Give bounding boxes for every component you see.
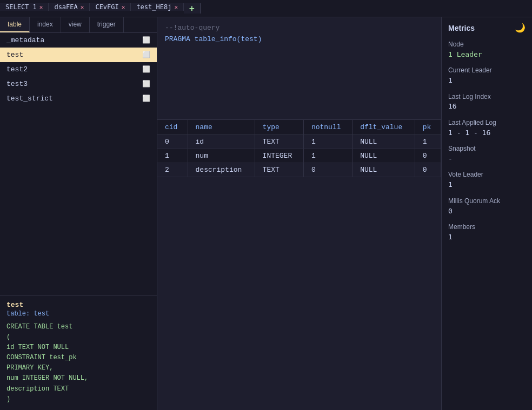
cell-notnull-1: 1 bbox=[303, 149, 352, 163]
cell-cid-1: 1 bbox=[157, 149, 188, 163]
dark-mode-button[interactable]: 🌙 bbox=[515, 23, 526, 33]
query-editor[interactable]: --!auto-query PRAGMA table_info(test) bbox=[157, 17, 441, 120]
metric-node-value: 1 Leader bbox=[448, 49, 526, 60]
metric-snapshot: Snapshot - bbox=[448, 144, 526, 164]
results-area: cid name type notnull dflt_value pk 0 id… bbox=[157, 120, 441, 410]
results-header-row: cid name type notnull dflt_value pk bbox=[157, 120, 441, 135]
cell-pk-1: 0 bbox=[415, 149, 441, 163]
sidebar-item-test-label: test bbox=[6, 51, 23, 59]
col-header-pk: pk bbox=[415, 120, 441, 135]
table-full-label: table: test bbox=[6, 310, 150, 318]
sidebar-tab-trigger[interactable]: trigger bbox=[90, 17, 124, 32]
cell-name-1: num bbox=[188, 149, 255, 163]
cell-pk-2: 0 bbox=[415, 163, 441, 177]
metric-members-label: Members bbox=[448, 223, 526, 232]
sidebar-item-test3-label: test3 bbox=[6, 80, 28, 88]
cell-cid-0: 0 bbox=[157, 135, 188, 149]
query-tab-select1[interactable]: SELECT 1 ✕ bbox=[0, 3, 49, 11]
metrics-header: Metrics 🌙 bbox=[448, 23, 526, 33]
cell-dflt-1: NULL bbox=[353, 149, 415, 163]
main-layout: table index view trigger _metadata ⬜ tes… bbox=[0, 17, 532, 410]
metric-node: Node 1 Leader bbox=[448, 40, 526, 59]
metric-snapshot-label: Snapshot bbox=[448, 144, 526, 153]
metric-last-applied-log-value: 1 - 1 - 16 bbox=[448, 127, 526, 138]
col-header-notnull: notnull bbox=[303, 120, 352, 135]
sidebar-tab-index[interactable]: index bbox=[30, 17, 61, 32]
sidebar-item-test3[interactable]: test3 ⬜ bbox=[0, 77, 157, 91]
cell-name-0: id bbox=[188, 135, 255, 149]
query-tab-cevfgi-label: CEvFGI bbox=[95, 3, 118, 11]
metric-millis-quorum-ack: Millis Quorum Ack 0 bbox=[448, 197, 526, 216]
metric-current-leader-label: Current Leader bbox=[448, 66, 526, 75]
query-tab-testhe8j-close[interactable]: ✕ bbox=[174, 4, 178, 11]
cell-type-1: INTEGER bbox=[255, 149, 303, 163]
metric-last-applied-log: Last Applied Log 1 - 1 - 16 bbox=[448, 118, 526, 138]
metric-vote-leader: Vote Leader 1 bbox=[448, 170, 526, 190]
metric-snapshot-value: - bbox=[448, 153, 526, 164]
sidebar-bottom-panel: test table: test CREATE TABLE test ( id … bbox=[0, 295, 157, 411]
cell-dflt-0: NULL bbox=[353, 135, 415, 149]
metric-last-log-index-value: 16 bbox=[448, 101, 526, 112]
metric-last-log-index-label: Last Log Index bbox=[448, 92, 526, 102]
col-header-cid: cid bbox=[157, 120, 188, 135]
metric-vote-leader-label: Vote Leader bbox=[448, 170, 526, 179]
cell-notnull-0: 1 bbox=[303, 135, 352, 149]
query-tab-bar: SELECT 1 ✕ dsaFEA ✕ CEvFGI ✕ test_HE8j ✕… bbox=[0, 0, 532, 17]
table-icon-test: ⬜ bbox=[142, 51, 150, 59]
query-tab-cevfgi[interactable]: CEvFGI ✕ bbox=[90, 3, 131, 11]
sidebar-item-test2-label: test2 bbox=[6, 65, 28, 73]
sidebar-tab-trigger-label: trigger bbox=[97, 21, 116, 28]
sidebar-tab-index-label: index bbox=[37, 21, 53, 28]
metrics-title: Metrics bbox=[448, 24, 475, 32]
cell-notnull-2: 0 bbox=[303, 163, 352, 177]
query-tab-dsafea-label: dsaFEA bbox=[54, 3, 77, 11]
plus-icon: + bbox=[189, 3, 195, 14]
editor-line-2: PRAGMA table_info(test) bbox=[165, 34, 434, 45]
table-icon-metadata: ⬜ bbox=[142, 36, 150, 44]
cell-cid-2: 2 bbox=[157, 163, 188, 177]
metric-current-leader: Current Leader 1 bbox=[448, 66, 526, 85]
col-header-name: name bbox=[188, 120, 255, 135]
sidebar-item-test[interactable]: test ⬜ bbox=[0, 48, 157, 62]
sidebar-tab-table[interactable]: table bbox=[0, 17, 30, 32]
metric-millis-quorum-ack-label: Millis Quorum Ack bbox=[448, 197, 526, 206]
sidebar-items-list: _metadata ⬜ test ⬜ test2 ⬜ test3 ⬜ test_… bbox=[0, 33, 157, 295]
sidebar-tab-view[interactable]: view bbox=[61, 17, 90, 32]
query-tab-dsafea[interactable]: dsaFEA ✕ bbox=[49, 3, 90, 11]
metrics-panel: Metrics 🌙 Node 1 Leader Current Leader 1… bbox=[441, 17, 532, 410]
col-header-dflt-value: dflt_value bbox=[353, 120, 415, 135]
sidebar: table index view trigger _metadata ⬜ tes… bbox=[0, 17, 157, 410]
query-tabs: SELECT 1 ✕ dsaFEA ✕ CEvFGI ✕ test_HE8j ✕… bbox=[0, 3, 201, 14]
metric-last-log-index: Last Log Index 16 bbox=[448, 92, 526, 112]
cell-pk-0: 1 bbox=[415, 135, 441, 149]
table-name-label: test bbox=[6, 301, 150, 309]
sidebar-item-test-strict[interactable]: test_strict ⬜ bbox=[0, 91, 157, 106]
table-row: 2 description TEXT 0 NULL 0 bbox=[157, 163, 441, 177]
cell-dflt-2: NULL bbox=[353, 163, 415, 177]
sidebar-item-test2[interactable]: test2 ⬜ bbox=[0, 62, 157, 77]
cell-name-2: description bbox=[188, 163, 255, 177]
metric-millis-quorum-ack-value: 0 bbox=[448, 206, 526, 217]
create-table-code: CREATE TABLE test ( id TEXT NOT NULL CON… bbox=[6, 322, 150, 405]
table-icon-test2: ⬜ bbox=[142, 65, 150, 73]
query-tab-dsafea-close[interactable]: ✕ bbox=[81, 4, 84, 11]
query-tab-testhe8j[interactable]: test_HE8j ✕ bbox=[131, 3, 184, 11]
sidebar-item-metadata[interactable]: _metadata ⬜ bbox=[0, 33, 157, 48]
metric-members-value: 1 bbox=[448, 232, 526, 243]
query-tab-select1-close[interactable]: ✕ bbox=[39, 4, 43, 11]
query-tab-select1-label: SELECT 1 bbox=[5, 3, 37, 11]
sidebar-item-test-strict-label: test_strict bbox=[6, 95, 53, 103]
table-icon-test3: ⬜ bbox=[142, 80, 150, 88]
editor-line-1: --!auto-query bbox=[165, 23, 434, 34]
table-icon-test-strict: ⬜ bbox=[142, 95, 150, 103]
cell-type-0: TEXT bbox=[255, 135, 303, 149]
main-content: --!auto-query PRAGMA table_info(test) ci… bbox=[157, 17, 441, 410]
metric-vote-leader-value: 1 bbox=[448, 179, 526, 190]
sidebar-tab-view-label: view bbox=[69, 21, 82, 28]
table-row: 1 num INTEGER 1 NULL 0 bbox=[157, 149, 441, 163]
add-query-tab-button[interactable]: + bbox=[184, 3, 201, 14]
metric-last-applied-log-label: Last Applied Log bbox=[448, 118, 526, 127]
metric-members: Members 1 bbox=[448, 223, 526, 242]
results-table: cid name type notnull dflt_value pk 0 id… bbox=[157, 120, 441, 177]
query-tab-cevfgi-close[interactable]: ✕ bbox=[122, 4, 125, 11]
